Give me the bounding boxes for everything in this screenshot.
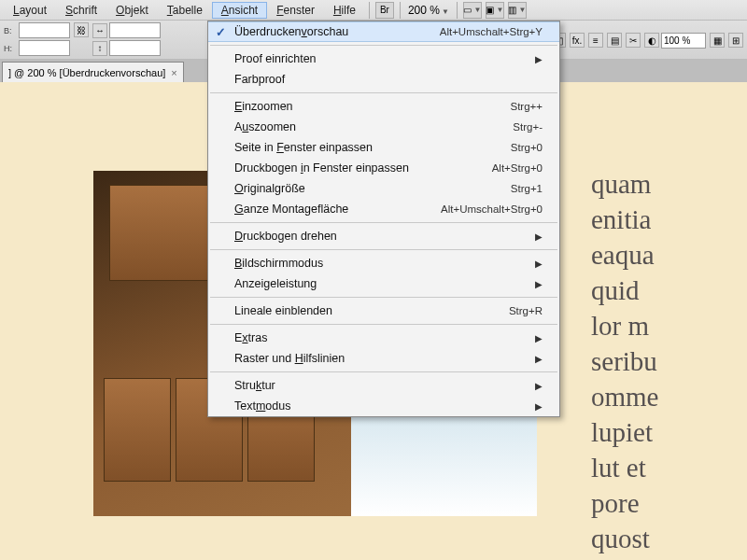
menu-ansicht[interactable]: Ansicht — [212, 2, 267, 19]
submenu-arrow-icon: ▶ — [535, 231, 543, 242]
menu-shortcut: Strg+- — [513, 121, 543, 133]
menu-separator — [210, 45, 557, 46]
menu-item[interactable]: OriginalgrößeStrg+1 — [208, 178, 559, 199]
menu-item[interactable]: Ganze MontageflächeAlt+Umschalt+Strg+0 — [208, 199, 559, 219]
menu-item[interactable]: EinzoomenStrg++ — [208, 96, 559, 117]
arrange-button[interactable]: ▥▼ — [508, 2, 527, 19]
menu-item-label: Struktur — [234, 379, 275, 392]
submenu-arrow-icon: ▶ — [535, 354, 543, 364]
tool-icon[interactable]: ✂ — [626, 33, 641, 48]
menu-separator — [210, 371, 557, 372]
menu-item-label: Textmodus — [234, 399, 290, 413]
menu-item[interactable]: Farbproof — [208, 69, 559, 90]
submenu-arrow-icon: ▶ — [535, 54, 543, 64]
menu-hilfe[interactable]: Hilfe — [324, 2, 365, 19]
drawer-graphic — [109, 185, 212, 282]
menu-shortcut: Strg+1 — [511, 183, 543, 194]
menu-item[interactable]: AuszoomenStrg+- — [208, 117, 559, 137]
scale-y-icon: ↕ — [92, 41, 107, 56]
menu-item[interactable]: Proof einrichten▶ — [208, 49, 559, 69]
menu-item-label: Auszoomen — [234, 120, 296, 133]
menu-item-label: Extras — [234, 331, 267, 344]
menu-shortcut: Strg++ — [510, 101, 543, 112]
menu-tabelle[interactable]: Tabelle — [158, 2, 212, 19]
menu-fenster[interactable]: Fenster — [267, 2, 324, 19]
divider — [400, 2, 401, 19]
divider — [369, 2, 370, 19]
menu-layout[interactable]: Layout — [4, 2, 56, 19]
menu-item[interactable]: Lineale einblendenStrg+R — [208, 301, 559, 321]
menu-item[interactable]: Textmodus▶ — [208, 396, 559, 416]
scale-x-field[interactable] — [109, 22, 161, 38]
menu-item-label: Raster und Hilfslinien — [234, 352, 345, 365]
menu-item[interactable]: Druckbogen in Fenster einpassenAlt+Strg+… — [208, 158, 559, 178]
menu-shortcut: Alt+Umschalt+Strg+Y — [440, 26, 543, 37]
tool-icon[interactable]: ▦ — [710, 33, 725, 48]
tool-icon[interactable]: ≡ — [588, 33, 603, 48]
submenu-arrow-icon: ▶ — [535, 259, 543, 269]
menu-item-label: Proof einrichten — [234, 52, 317, 65]
menu-separator — [210, 92, 557, 93]
menu-item-label: Druckbogen drehen — [234, 230, 337, 243]
tool-icon[interactable]: ▤ — [607, 33, 622, 48]
menu-item-label: Ganze Montagefläche — [234, 203, 348, 216]
menu-item-label: Bildschirmmodus — [234, 257, 323, 270]
link-icon[interactable]: ⛓ — [74, 22, 89, 37]
height-field[interactable] — [19, 40, 70, 56]
menu-item[interactable]: Seite in Fenster einpassenStrg+0 — [208, 137, 559, 158]
menu-item-label: Einzoomen — [234, 100, 293, 113]
right-tool-cluster: ▦ ◧ fx. ≡ ▤ ✂ ◐ ▦ ⊞ — [532, 22, 743, 58]
menu-schrift[interactable]: Schrift — [56, 2, 106, 19]
menu-separator — [210, 297, 557, 298]
ansicht-dropdown: ÜberdruckenvorschauAlt+Umschalt+Strg+YPr… — [207, 21, 560, 417]
height-label: H: — [4, 44, 17, 53]
menu-item-label: Druckbogen in Fenster einpassen — [234, 161, 409, 175]
width-field[interactable] — [19, 22, 70, 38]
submenu-arrow-icon: ▶ — [535, 333, 543, 343]
drawer-graphic — [104, 378, 171, 482]
zoom-level[interactable]: 200 %▼ — [404, 4, 453, 17]
menu-item[interactable]: ÜberdruckenvorschauAlt+Umschalt+Strg+Y — [208, 21, 559, 42]
menu-item-label: Originalgröße — [234, 182, 305, 195]
scale-y-field[interactable] — [109, 40, 161, 56]
menu-shortcut: Strg+R — [509, 305, 543, 316]
divider — [457, 2, 458, 19]
view-options-button[interactable]: ▭▼ — [463, 2, 482, 19]
menu-separator — [210, 324, 557, 325]
submenu-arrow-icon: ▶ — [535, 279, 543, 289]
width-label: B: — [4, 26, 17, 35]
scale-x-icon: ↔ — [92, 23, 107, 38]
screen-mode-button[interactable]: ▣▼ — [486, 2, 504, 19]
fx-icon[interactable]: fx. — [570, 33, 585, 48]
opacity-icon: ◐ — [644, 33, 659, 48]
dropdown-arrow-icon: ▼ — [442, 7, 449, 16]
body-text: quamenitiaeaquaquidlor mseribuommelupiet… — [584, 166, 747, 556]
menu-separator — [210, 222, 557, 223]
menu-shortcut: Alt+Umschalt+Strg+0 — [441, 203, 543, 215]
opacity-field[interactable] — [661, 33, 706, 49]
menu-shortcut: Strg+0 — [511, 142, 543, 153]
tab-title: ] @ 200 % [Überdruckenvorschau] — [8, 67, 165, 78]
document-tab[interactable]: ] @ 200 % [Überdruckenvorschau] × — [2, 62, 184, 82]
menu-separator — [210, 249, 557, 250]
menu-item-label: Seite in Fenster einpassen — [234, 141, 373, 154]
menu-item[interactable]: Druckbogen drehen▶ — [208, 226, 559, 246]
submenu-arrow-icon: ▶ — [535, 401, 543, 412]
submenu-arrow-icon: ▶ — [535, 381, 543, 391]
menu-item-label: Anzeigeleistung — [234, 277, 317, 290]
menu-shortcut: Alt+Strg+0 — [492, 162, 543, 174]
close-icon[interactable]: × — [171, 67, 176, 78]
menu-objekt[interactable]: Objekt — [106, 2, 158, 19]
menu-item-label: Überdruckenvorschau — [234, 25, 348, 38]
menu-item[interactable]: Anzeigeleistung▶ — [208, 273, 559, 294]
tool-icon[interactable]: ⊞ — [728, 33, 743, 48]
menu-item[interactable]: Raster und Hilfslinien▶ — [208, 348, 559, 369]
menubar: Layout Schrift Objekt Tabelle Ansicht Fe… — [0, 0, 747, 21]
bridge-button[interactable]: Br — [375, 2, 394, 19]
menu-item-label: Farbproof — [234, 73, 285, 86]
menu-item[interactable]: Bildschirmmodus▶ — [208, 253, 559, 273]
menu-item[interactable]: Extras▶ — [208, 328, 559, 348]
menu-item[interactable]: Struktur▶ — [208, 375, 559, 396]
menu-item-label: Lineale einblenden — [234, 304, 332, 317]
